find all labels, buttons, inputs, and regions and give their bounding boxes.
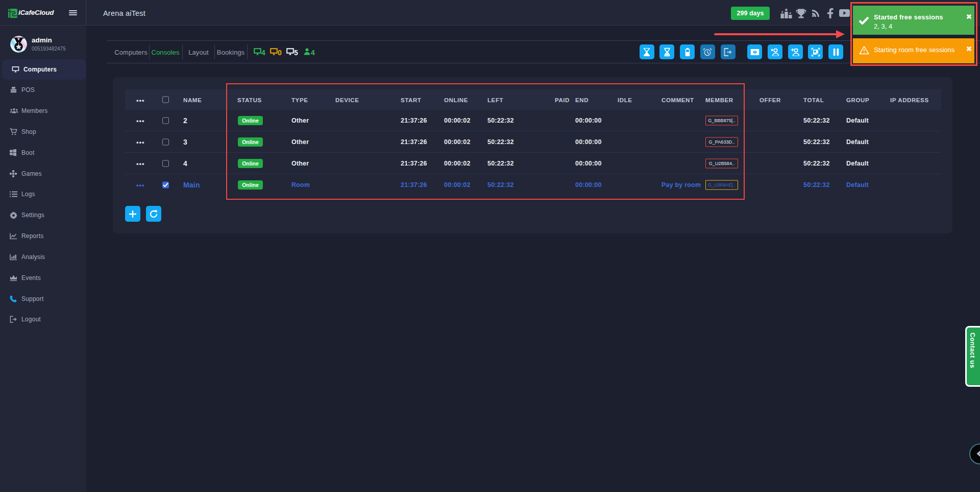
svg-text:PLATINUM: PLATINUM: [13, 37, 24, 39]
